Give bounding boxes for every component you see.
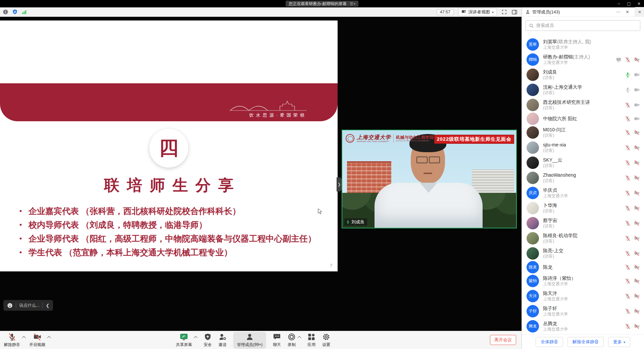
security-button[interactable]: 安全 (204, 333, 212, 348)
member-row[interactable]: 沈彬-上海交通大学(访客) (522, 82, 644, 97)
record-button[interactable]: 录制 (288, 333, 296, 348)
member-org: (访客) (543, 90, 582, 95)
unmute-chevron-icon[interactable] (22, 336, 26, 340)
layout-icon (461, 10, 466, 14)
avatar (527, 172, 539, 184)
section-number: 四 (159, 135, 179, 161)
member-row[interactable]: 西北核技术研究所主讲(访客) (522, 97, 644, 113)
panel-expand-tab[interactable]: ❯ (337, 177, 342, 191)
unmute-all-button[interactable]: 解除全体静音 (567, 337, 604, 347)
member-row[interactable]: 腾龙丛腾龙上海交通大学 (522, 319, 644, 334)
mic-on-icon (625, 72, 631, 78)
mic-muted-icon (625, 251, 631, 256)
invite-label: 邀请 (218, 342, 227, 348)
avatar: 紫怡 (527, 275, 539, 287)
close-button[interactable]: ✕ (637, 1, 641, 6)
member-row[interactable]: 蔡宇宙(访客) (522, 216, 644, 231)
member-org: (访客) (543, 133, 566, 138)
share-screen-button[interactable]: 共享屏幕 (176, 333, 192, 348)
share-screen-chevron-icon[interactable] (194, 336, 197, 340)
member-row[interactable]: 刘成良(访客) (522, 67, 644, 82)
meeting-info-icon[interactable] (3, 9, 8, 15)
settings-button[interactable]: 设置 (322, 333, 330, 348)
speaker-video-tile[interactable]: 上海交通大学 SHANGHAI JIAO TONG UNIVERSITY 机械与… (342, 130, 517, 228)
panel-menu-icon[interactable]: ≡ (635, 7, 644, 17)
invite-button[interactable]: 邀请 (218, 333, 227, 348)
member-name: 中物院六所 阳红 (543, 116, 577, 122)
minimize-button[interactable]: – (616, 1, 621, 6)
member-org: 上海交通大学 (543, 296, 568, 302)
member-name: ZhaoWansheng (543, 172, 576, 178)
member-name: SKY__云 (543, 157, 562, 163)
manage-members-icon (246, 333, 254, 341)
manage-members-label: 管理成员(99+) (237, 342, 262, 348)
camera-muted-icon (634, 175, 640, 181)
chevron-down-icon (624, 339, 625, 344)
emoji-icon[interactable] (7, 303, 13, 308)
member-row[interactable]: 英翠刘英翠(联席主持人, 我)上海交通大学 (522, 37, 644, 52)
mic-muted-icon (625, 293, 631, 299)
apps-button[interactable]: 应用 (307, 333, 315, 348)
member-org: (访客) (543, 75, 557, 80)
more-button[interactable]: 更多 (608, 337, 630, 347)
share-screen-label: 共享屏幕 (176, 342, 192, 348)
maximize-button[interactable]: ▢ (627, 1, 631, 6)
member-row[interactable]: 卜华海(访客) (522, 201, 644, 216)
member-row[interactable]: ZhaoWansheng(访客) (522, 170, 644, 185)
band-line-art (230, 99, 307, 112)
network-signal-icon[interactable] (21, 9, 27, 15)
screen-share-indicator-icon (616, 57, 622, 62)
panel-more-icon[interactable]: ⋯ (616, 9, 621, 14)
member-row[interactable]: 紫怡陈诗淳（紫怡）上海交通大学 (522, 273, 644, 289)
fullscreen-icon[interactable] (501, 9, 507, 15)
member-row[interactable]: 陈亮-上交(访客) (522, 246, 644, 261)
view-mode-label: 演讲者视图 (468, 9, 490, 15)
security-label: 安全 (204, 342, 212, 348)
member-name: 沈彬-上海交通大学 (543, 84, 582, 90)
member-row[interactable]: 中物院六所 阳红 (522, 113, 644, 125)
camera-muted-icon (634, 220, 640, 226)
chat-placeholder[interactable]: 说点什么... (19, 303, 39, 308)
member-row[interactable]: 熠锦研教办-郝熠锦(主持人)上海交通大学 (522, 52, 644, 67)
chat-quick-input[interactable]: 说点什么... ❮ (3, 300, 53, 311)
member-row[interactable]: 天洋陈天洋上海交通大学 (522, 289, 644, 304)
security-shield-icon[interactable] (12, 9, 18, 15)
mute-all-button[interactable]: 全体静音 (536, 337, 563, 347)
member-row[interactable]: M010-闫江(访客) (522, 125, 644, 140)
camera-muted-icon (634, 235, 640, 241)
unmute-button[interactable]: 解除静音 (4, 333, 20, 348)
start-video-button[interactable]: 开启视频 (29, 333, 45, 348)
camera-off-icon (634, 87, 640, 93)
camera-muted-icon (634, 323, 640, 329)
avatar: 子轩 (527, 305, 539, 317)
apps-label: 应用 (307, 342, 315, 348)
member-org: (访客) (543, 223, 557, 229)
avatar (527, 232, 539, 245)
watching-banner[interactable]: 您正在观看研教办-郝熠锦的屏幕 ☰▾ (286, 1, 359, 7)
member-row[interactable]: 子轩陈子轩上海交通大学 (522, 304, 644, 319)
mic-muted-icon (625, 175, 631, 181)
screen-view-menu-icon[interactable]: ☰▾ (350, 2, 355, 6)
side-panel-icon[interactable] (511, 9, 517, 15)
leave-meeting-button[interactable]: 离开会议 (490, 335, 516, 345)
record-chevron-icon[interactable] (298, 336, 301, 340)
manage-members-button[interactable]: 管理成员(99+) (233, 332, 266, 349)
chat-button[interactable]: 聊天 (273, 333, 281, 348)
mic-off-icon (625, 87, 631, 93)
panel-close-icon[interactable]: ✕ (626, 9, 629, 14)
member-row[interactable]: 庆贞毕庆贞上海交通大学 (522, 185, 644, 201)
member-row[interactable]: 陈龙陈龙 (522, 261, 644, 273)
member-row[interactable]: sjtu-me-xia(访客) (522, 140, 644, 155)
member-search-input[interactable]: 搜索成员 (526, 20, 640, 31)
member-org: (访客) (543, 238, 578, 244)
member-row[interactable]: 陈根良-机动学院(访客) (522, 231, 644, 246)
member-row[interactable]: SKY__云(访客) (522, 155, 644, 170)
share-screen-icon (180, 333, 188, 341)
speaker-name: 刘成良 (351, 219, 364, 225)
member-name: 陈天洋 (543, 290, 568, 296)
mic-muted-icon (625, 130, 631, 135)
member-org: 上海交通大学 (543, 281, 576, 287)
view-mode-dropdown[interactable]: 演讲者视图 (458, 8, 497, 16)
collapse-chat-icon[interactable]: ❮ (46, 303, 49, 308)
start-video-chevron-icon[interactable] (47, 336, 51, 340)
